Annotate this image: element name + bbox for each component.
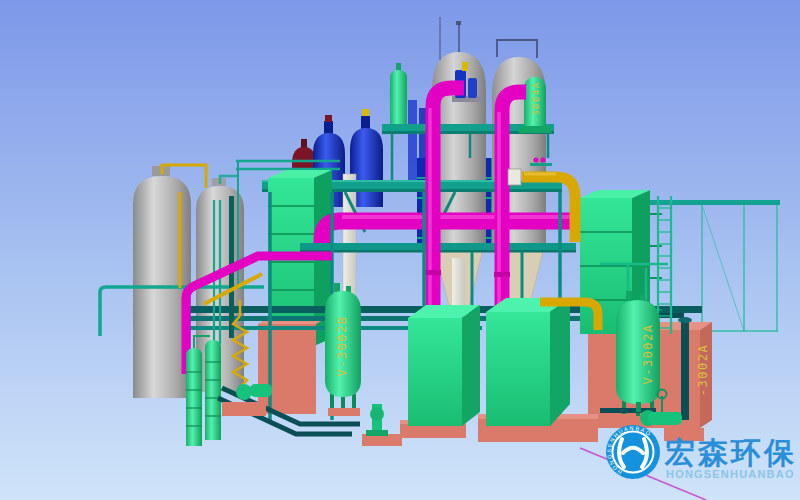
plant-scene-canvas: -3004A — [0, 0, 800, 500]
floating-tag-3002a: -3002A — [696, 344, 710, 396]
vessel-v3002b: V-3002B — [325, 283, 361, 416]
foundation-wall-left — [258, 318, 326, 414]
logo-name-cn: 宏森环保 — [664, 436, 797, 469]
vessel-v3002a-tag: V-3002A — [641, 323, 655, 384]
small-green-vessel-left — [390, 63, 407, 124]
hongsen-logo-icon: HONGSENHUANBAO — [606, 425, 660, 479]
logo-name-en: HONGSENHUANBAO — [666, 468, 795, 480]
green-box-tank-1 — [400, 305, 480, 438]
plant-3d-render: -3004A — [0, 0, 800, 500]
vessel-3004a-tag: -3004A — [531, 81, 541, 123]
vessel-v3002b-tag: V-3002B — [335, 315, 349, 376]
